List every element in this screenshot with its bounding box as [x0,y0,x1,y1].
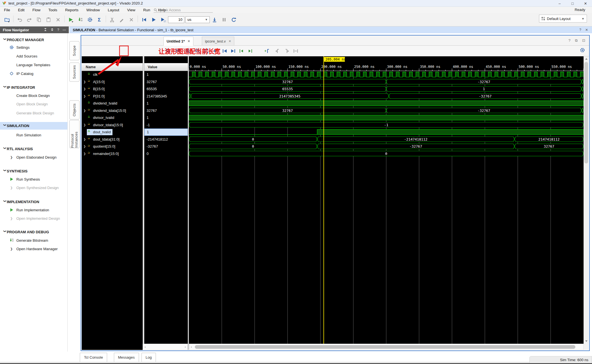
scroll-left-icon[interactable]: ‹ [191,345,192,349]
flow-section-simulation[interactable]: ❯SIMULATION [0,122,68,130]
bottom-tab-tcl-console[interactable]: Tcl Console [80,353,107,362]
signal-name-quotient-15-0-[interactable]: ❯quotient[15:0] [82,143,143,150]
signal-value-quotient-15-0-[interactable]: -32767 [144,143,188,150]
signal-name-dout-tdata-31-0-[interactable]: ❯dout_tdata[31:0] [82,136,143,143]
flow-item-generate-block-design[interactable]: Generate Block Design [0,109,68,117]
expand-chevron-icon[interactable]: ❯ [83,95,87,98]
menu-window[interactable]: Window [82,7,104,13]
side-tab-protocol-instances[interactable]: Protocol Instances [69,120,79,148]
signal-name-dout-tvalid[interactable]: dout_tvalid [82,128,143,136]
generate-bitstream-step-icon[interactable]: 0110 [76,15,85,24]
section-collapse-icon[interactable]: ❯ [3,230,6,234]
name-value-divider[interactable] [143,56,144,350]
minimize-panel-icon[interactable]: — [63,28,66,32]
side-tab-sources[interactable]: Sources [69,63,79,82]
signal-name-divisor-tvalid[interactable]: divisor_tvalid [82,114,143,121]
expand-chevron-icon[interactable]: ❯ [83,123,87,126]
expand-chevron-icon[interactable]: ❯ [10,156,13,159]
menu-file[interactable]: File [0,7,14,13]
help-icon[interactable]: ? [57,28,59,32]
signal-name-divisor-tdata-15-0-[interactable]: ❯divisor_tdata[15:0] [82,121,143,129]
signal-value-dout-tvalid[interactable]: 1 [144,128,188,136]
side-tab-scope[interactable]: Scope [69,41,79,60]
signal-name-p-31-0-[interactable]: ❯P[31:0] [82,93,143,100]
previous-transition-icon[interactable] [238,47,245,55]
collapse-all-icon[interactable] [44,28,47,31]
signal-name-a-15-0-[interactable]: ❯A[15:0] [82,78,143,86]
expand-chevron-icon[interactable]: ❯ [83,80,87,83]
flow-section-implementation[interactable]: ❯IMPLEMENTATION [0,198,68,206]
flow-item-create-block-design[interactable]: Create Block Design [0,92,68,99]
menu-tools[interactable]: Tools [45,7,61,13]
expand-chevron-icon[interactable]: ❯ [83,109,87,112]
name-value-horizontal-scrollbar[interactable]: ‹ › [143,344,188,350]
signal-name-clk[interactable]: clk [82,71,143,78]
go-to-time-0-icon[interactable] [221,47,228,55]
flow-item-run-simulation[interactable]: Run Simulation [0,131,68,139]
flow-item-open-implemented-design[interactable]: ❯Open Implemented Design [0,215,68,222]
signal-name-dividend-tvalid[interactable]: dividend_tvalid [82,100,143,107]
report-sum-icon[interactable]: Σ [95,15,104,24]
value-wave-divider[interactable] [188,56,189,350]
banner-close-icon[interactable]: ✕ [585,28,588,32]
expand-chevron-icon[interactable]: ❯ [83,87,87,90]
section-collapse-icon[interactable]: ❯ [3,38,6,42]
wave-settings-gear-icon[interactable] [580,47,585,53]
run-all-icon[interactable] [149,15,158,24]
scroll-up-icon[interactable] [584,57,589,62]
menu-view[interactable]: View [123,7,139,13]
float-window-icon[interactable]: ⧉ [575,38,578,43]
zoom-in-icon[interactable] [184,47,192,55]
document-tab-untitled-1-[interactable]: Untitled 1*✕ [164,37,193,46]
simulation-run-time-input[interactable] [168,16,184,23]
bottom-tab-log[interactable]: Log [142,353,156,362]
quick-access-search[interactable]: Quick Access [154,7,213,13]
document-tab-ipcore-test-v[interactable]: ipcore_test.v✕ [202,37,234,46]
signal-value-b-15-0-[interactable]: 65535 [144,85,188,93]
scroll-right-icon[interactable]: › [185,345,186,349]
zoom-fit-icon[interactable] [202,47,210,55]
minimize-button[interactable]: – [553,0,566,7]
signal-value-divisor-tvalid[interactable]: 1 [144,114,188,121]
flow-section-ip-integrator[interactable]: ❯IP INTEGRATOR [0,84,68,91]
expand-all-icon[interactable] [50,28,54,31]
expand-chevron-icon[interactable]: ❯ [10,247,13,251]
section-collapse-icon[interactable]: ❯ [3,124,6,128]
signal-value-divisor-tdata-15-0-[interactable]: -1 [144,121,188,129]
find-icon[interactable] [165,47,172,55]
scrollbar-thumb[interactable] [195,345,575,349]
signal-value-p-31-0-[interactable]: 2147385345 [144,93,188,100]
relaunch-icon[interactable] [229,15,238,24]
run-simulation-icon[interactable] [67,15,75,24]
flow-item-open-hardware-manager[interactable]: ❯Open Hardware Manager [0,245,68,253]
signal-value-dout-tdata-31-0-[interactable]: -2147418112 [144,136,188,143]
scroll-left-icon[interactable]: ‹ [145,345,146,349]
section-collapse-icon[interactable]: ❯ [3,147,6,151]
menu-layout[interactable]: Layout [104,7,123,13]
zoom-out-icon[interactable] [194,47,201,55]
side-tab-objects[interactable]: Objects [69,100,79,119]
waveform-canvas[interactable]: 0.000 ns50.000 ns100.000 ns150.000 ns200… [189,56,584,344]
flow-section-program-and-debug[interactable]: ❯PROGRAM AND DEBUG [0,228,68,236]
flow-item-open-synthesized-design[interactable]: ❯Open Synthesized Design [0,184,68,192]
expand-chevron-icon[interactable]: ❯ [83,138,87,141]
flow-item-settings[interactable]: Settings [0,44,68,51]
flow-item-open-block-design[interactable]: Open Block Design [0,100,68,108]
maximize-window-icon[interactable]: ⊡ [582,38,585,43]
signal-value-dividend-tvalid[interactable]: 1 [144,100,188,107]
flow-item-ip-catalog[interactable]: IP Catalog [0,70,68,77]
signal-value-a-15-0-[interactable]: 32767 [144,78,188,86]
value-column-header[interactable]: Value [144,63,188,71]
signal-name-dividend-tdata-15-0-[interactable]: ❯dividend_tdata[15:0] [82,107,143,114]
menu-reports[interactable]: Reports [61,7,82,13]
name-column-header[interactable]: Name [82,63,143,71]
menu-flow[interactable]: Flow [28,7,45,13]
tab-close-icon[interactable]: ✕ [187,39,190,43]
zoom-to-cursor-icon[interactable] [213,47,220,55]
signal-name-b-15-0-[interactable]: ❯B[15:0] [82,85,143,93]
flow-item-language-templates[interactable]: Language Templates [0,61,68,69]
save-waveform-configuration-icon[interactable] [174,47,182,55]
banner-help-icon[interactable]: ? [579,28,581,32]
open-recent-icon[interactable] [3,15,11,24]
signal-value-remainder-15-0-[interactable]: 0 [144,150,188,157]
